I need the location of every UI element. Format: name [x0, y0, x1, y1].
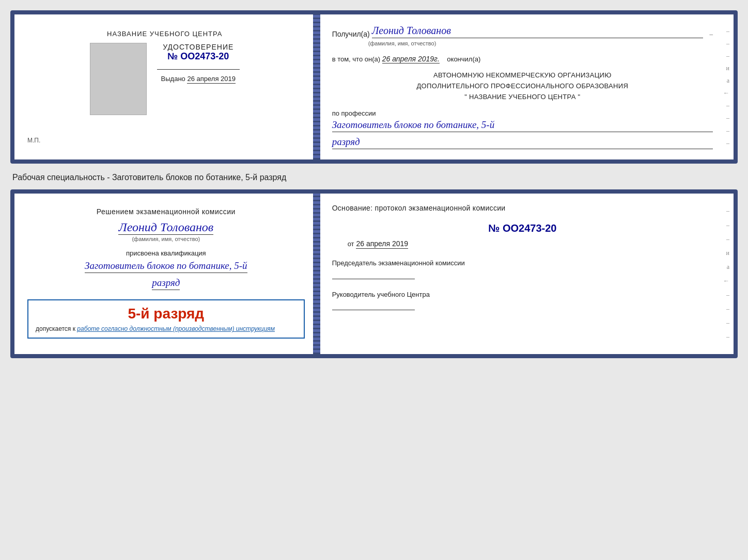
chairman-block: Председатель экзаменационной комиссии	[332, 258, 713, 279]
director-title: Руководитель учебного Центра	[332, 290, 713, 300]
stamp-box: 5-й разряд допускается к работе согласно…	[27, 299, 305, 339]
profession-label: по профессии	[332, 109, 713, 117]
chairman-title: Председатель экзаменационной комиссии	[332, 258, 713, 268]
stamp-rank: 5-й разряд	[36, 306, 297, 322]
from-date: от 26 апреля 2019	[348, 239, 713, 248]
person-name: Леонид Толованов	[118, 220, 213, 235]
certificate-card-2: Решением экзаменационной комиссии Леонид…	[10, 189, 738, 358]
profession-value: Заготовитель блоков по ботанике, 5-й	[332, 119, 713, 132]
director-block: Руководитель учебного Центра	[332, 290, 713, 311]
protocol-number: № OO2473-20	[332, 222, 713, 234]
recipient-line: Получил(а) Леонид Толованов –	[332, 25, 713, 38]
basis-title: Основание: протокол экзаменационной коми…	[332, 204, 713, 212]
stamp-label: М.П.	[27, 137, 40, 144]
stamp-allowed: допускается к работе согласно должностны…	[36, 325, 297, 332]
rank-value2: разряд	[152, 277, 180, 290]
director-sig-line	[332, 310, 415, 310]
certificate-title: УДОСТОВЕРЕНИЕ	[163, 43, 233, 51]
binding-strip	[313, 14, 320, 159]
assigned-text: присвоена квалификация	[126, 249, 206, 257]
issued-date: Выдано 26 апреля 2019	[161, 75, 236, 83]
org-block: АВТОНОМНУЮ НЕКОММЕРЧЕСКУЮ ОРГАНИЗАЦИЮ ДО…	[332, 70, 713, 102]
card1-right: Получил(а) Леонид Толованов – (фамилия, …	[317, 14, 734, 159]
confirm-block: в том, что он(а) 26 апреля 2019г. окончи…	[332, 55, 713, 63]
qualification-value: Заготовитель блоков по ботанике, 5-й	[85, 260, 247, 273]
rank-value: разряд	[332, 136, 713, 149]
chairman-sig-line	[332, 279, 415, 279]
certificate-card-1: НАЗВАНИЕ УЧЕБНОГО ЦЕНТРА УДОСТОВЕРЕНИЕ №…	[10, 10, 738, 164]
photo-placeholder	[90, 43, 147, 115]
side-marks: – – – и а ← – – – –	[723, 14, 729, 159]
caption: Рабочая специальность - Заготовитель бло…	[12, 173, 738, 182]
side-marks-2: – – – и а ← – – – –	[723, 194, 729, 354]
decision-text: Решением экзаменационной комиссии	[97, 206, 236, 217]
card2-left: Решением экзаменационной комиссии Леонид…	[14, 194, 317, 354]
card2-right: Основание: протокол экзаменационной коми…	[317, 194, 734, 354]
card1-left: НАЗВАНИЕ УЧЕБНОГО ЦЕНТРА УДОСТОВЕРЕНИЕ №…	[14, 14, 317, 159]
certificate-number: № OO2473-20	[167, 51, 229, 62]
binding-strip-2	[313, 194, 320, 354]
training-center-label: НАЗВАНИЕ УЧЕБНОГО ЦЕНТРА	[107, 30, 222, 38]
